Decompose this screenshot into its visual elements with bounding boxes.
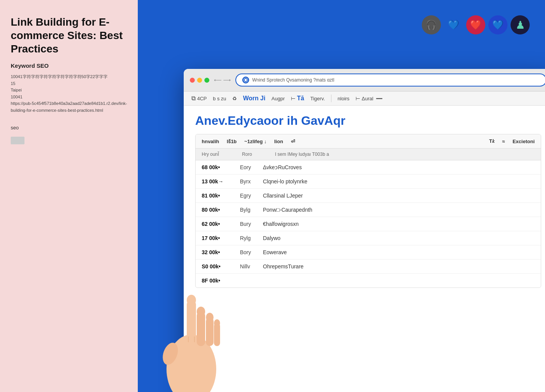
sidebar-tag-box: [11, 137, 24, 144]
row-col1: Eory: [240, 164, 255, 170]
row-metric: 80 00k•: [202, 207, 232, 213]
main-area: 🎧 💙 ❤️ 💙 ♟ ⟵ ⟶ Wnind Sprotech Qvsamoning…: [138, 0, 545, 392]
toolbar-augpr-label: Augpr: [271, 96, 285, 101]
toolbar-tigerv-label: Tigerv.: [310, 96, 325, 101]
table-row: 17 00k• Rylg Dalywo: [196, 231, 541, 245]
row-col1: Bylg: [240, 207, 255, 213]
toolbar-label-1: 4CP: [197, 96, 207, 101]
row-metric: 17 00k•: [202, 235, 232, 241]
toolbar-worn-ji-label: Worn Ji: [243, 95, 265, 102]
sidebar-tag: seo: [11, 125, 127, 131]
row-metric: 81 00k•: [202, 193, 232, 199]
row-col2: Clqnei-lo ptolynrke: [263, 178, 535, 185]
row-metric: 68 00k•: [202, 164, 232, 170]
top-icon-4: 💙: [488, 15, 507, 34]
row-metric: 32 00k•: [202, 249, 232, 255]
row-col2: €halfowigrosxn: [263, 221, 535, 227]
table-header-row: hnvalih ls̃1b ~1zlifeg ↓ lion ⏎: [196, 134, 541, 149]
svg-point-9: [160, 341, 181, 367]
row-col1: Byrx: [240, 178, 255, 185]
toolbar-ta-icon: ⊢: [291, 95, 295, 101]
traffic-light-green[interactable]: [204, 78, 209, 83]
table-row: S0 00k• Nillv OhrepemsTurare: [196, 260, 541, 274]
sidebar: Link Building for E-commerce Sites: Best…: [0, 0, 138, 392]
th-hnvalih[interactable]: hnvalih: [202, 139, 219, 144]
back-icon[interactable]: ⟵: [214, 77, 222, 83]
top-icon-3: ❤️: [466, 15, 485, 34]
browser-content: Anev.Edycaoor ih GavAqr hnvalih ls̃1b ~1…: [184, 106, 545, 392]
data-table: hnvalih ls̃1b ~1zlifeg ↓ lion ⏎: [195, 134, 541, 288]
toolbar-item-3[interactable]: ♻: [232, 96, 237, 101]
toolbar-icon-3: ♻: [232, 96, 237, 101]
toolbar-item-tigerv[interactable]: Tigerv.: [310, 96, 325, 101]
toolbar-aural-label: Δural: [362, 96, 373, 101]
page-heading: Anev.Edycaoor ih GavAqr: [195, 113, 541, 128]
row-col2: Cllarsinal LJeper: [263, 193, 535, 199]
top-icon-5: ♟: [511, 15, 530, 34]
toolbar-icon-1: ⧉: [191, 95, 196, 102]
table-subheader: Hry ounĨ Roro I sem IMey ludyaı T003b a: [196, 149, 541, 160]
toolbar-label-2: b s zu: [213, 96, 226, 101]
toolbar-item-aural[interactable]: ⊢ Δural ━━: [356, 95, 382, 101]
row-col2: Ponw□-Caurapednth: [263, 207, 535, 213]
row-col2: ΔvkeɔRuCroves: [263, 164, 535, 170]
toolbar-item-1[interactable]: ⧉ 4CP: [191, 95, 207, 102]
table-row: 81 00k• Egry Cllarsinal LJeper: [196, 189, 541, 203]
top-icon-1: 🎧: [422, 15, 441, 34]
browser-window: ⟵ ⟶ Wnind Sprotech Qvsamoning ?mats αztl…: [184, 69, 545, 392]
row-col1: Bury: [240, 221, 255, 227]
toolbar-item-nloirs[interactable]: nloirs: [338, 96, 349, 101]
top-icons-cluster: 🎧 💙 ❤️ 💙 ♟: [422, 15, 530, 34]
toolbar-item-augpr[interactable]: Augpr: [271, 96, 285, 101]
nav-buttons: ⟵ ⟶: [214, 77, 231, 83]
toolbar-item-2[interactable]: b s zu: [213, 96, 226, 101]
row-col2: OhrepemsTurare: [263, 263, 535, 270]
th-lion[interactable]: lion: [274, 139, 283, 144]
traffic-light-red[interactable]: [190, 78, 195, 83]
th-approx[interactable]: ≈: [502, 139, 505, 144]
address-bar[interactable]: Wnind Sprotech Qvsamoning ?mats αztl: [235, 74, 545, 87]
browser-toolbar: ⧉ 4CP b s zu ♻ Worn Ji Augpr ⊢ Tā Tigerv…: [184, 91, 545, 106]
th-excietoni[interactable]: Excietoni: [512, 139, 535, 144]
row-col2: Dalywo: [263, 235, 535, 241]
sidebar-subtitle: Keyword SEO: [11, 62, 127, 69]
toolbar-separator-1: [331, 95, 331, 102]
table-row: 62 00k• Bury €halfowigrosxn: [196, 217, 541, 231]
toolbar-aural-icon: ⊢: [356, 95, 360, 101]
row-col1: Nillv: [240, 263, 255, 270]
th-ls1b[interactable]: ls̃1b: [227, 139, 237, 144]
traffic-lights: [190, 78, 209, 83]
row-metric: 8F 00k•: [202, 278, 232, 284]
traffic-light-yellow[interactable]: [197, 78, 202, 83]
browser-chrome: ⟵ ⟶ Wnind Sprotech Qvsamoning ?mats αztl: [184, 69, 545, 91]
row-col1: Rylg: [240, 235, 255, 241]
th-return[interactable]: ⏎: [291, 139, 295, 144]
sidebar-meta: 10041字符字符字符字符字符字符字符50字22字字字 15 Taipei 10…: [11, 74, 127, 114]
browser-icon: [242, 77, 249, 83]
row-col2: Eowerave: [263, 249, 535, 255]
top-icon-2: 💙: [444, 15, 463, 34]
toolbar-item-ta[interactable]: ⊢ Tā: [291, 95, 304, 102]
address-text: Wnind Sprotech Qvsamoning ?mats αztl: [252, 77, 540, 83]
toolbar-nloirs-label: nloirs: [338, 96, 349, 101]
toolbar-aural-expand: ━━: [376, 96, 382, 101]
row-metric: 62 00k•: [202, 221, 232, 227]
th-zlifeg[interactable]: ~1zlifeg ↓: [244, 139, 266, 144]
row-metric: S0 00k•: [202, 263, 232, 270]
row-col1: Egry: [240, 193, 255, 199]
row-col1: Bory: [240, 249, 255, 255]
th-tk[interactable]: T𝑘: [489, 138, 494, 144]
forward-icon[interactable]: ⟶: [223, 77, 231, 83]
table-row: 13 00k→ Byrx Clqnei-lo ptolynrke: [196, 175, 541, 189]
table-row: 8F 00k•: [196, 274, 541, 287]
table-row: 68 00k• Eory ΔvkeɔRuCroves: [196, 160, 541, 175]
table-row: 80 00k• Bylg Ponw□-Caurapednth: [196, 203, 541, 217]
table-row: 32 00k• Bory Eowerave: [196, 245, 541, 260]
row-metric: 13 00k→: [202, 178, 232, 185]
sidebar-title: Link Building for E-commerce Sites: Best…: [11, 15, 127, 56]
toolbar-ta-label: Tā: [297, 95, 304, 102]
toolbar-worn-ji[interactable]: Worn Ji: [243, 95, 265, 102]
